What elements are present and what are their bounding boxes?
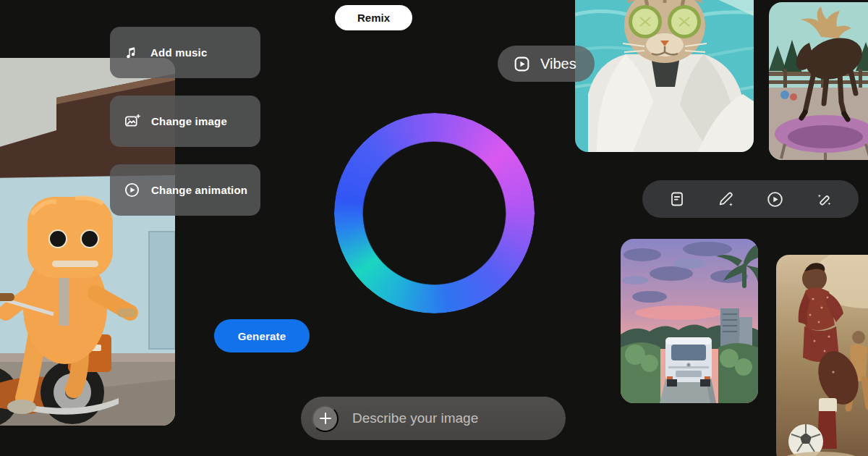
thumbnail-cat-spa[interactable]	[575, 0, 754, 152]
ai-gradient-ring	[334, 113, 535, 313]
play-circle-icon	[124, 182, 140, 198]
vibes-label: Vibes	[540, 56, 576, 72]
thumbnail-moose-trampoline[interactable]	[769, 2, 868, 160]
change-animation-button[interactable]: Change animation	[110, 164, 260, 216]
plus-icon	[318, 411, 333, 426]
anime-van-art	[621, 239, 758, 403]
play-circle-icon	[766, 190, 784, 208]
edit-button[interactable]	[712, 185, 741, 214]
media-toolbar	[642, 180, 859, 218]
add-music-label: Add music	[150, 46, 207, 59]
notes-icon	[668, 190, 686, 208]
notes-button[interactable]	[663, 185, 692, 214]
generate-label: Generate	[238, 330, 286, 342]
play-button[interactable]	[760, 185, 789, 214]
cat-spa-art	[575, 0, 754, 152]
thumbnail-soccer-player[interactable]	[776, 255, 868, 456]
magic-edit-button[interactable]	[809, 185, 838, 214]
remix-button[interactable]: Remix	[335, 5, 412, 30]
moose-trampoline-art	[769, 2, 868, 160]
soccer-player-art	[776, 255, 868, 456]
change-image-button[interactable]: Change image	[110, 96, 260, 147]
change-image-label: Change image	[151, 115, 227, 127]
thumbnail-anime-van[interactable]	[621, 239, 758, 403]
magic-wand-icon	[815, 190, 833, 208]
prompt-input[interactable]	[351, 410, 553, 427]
pencil-sparkle-icon	[717, 190, 735, 208]
image-sparkle-icon	[124, 113, 140, 130]
vibes-button[interactable]: Vibes	[498, 46, 595, 82]
add-music-button[interactable]: Add music	[110, 27, 260, 78]
add-attachment-button[interactable]	[312, 405, 339, 432]
music-note-icon	[124, 45, 140, 61]
play-square-icon	[513, 55, 531, 73]
change-animation-label: Change animation	[151, 184, 247, 196]
remix-label: Remix	[357, 12, 390, 24]
prompt-bar	[301, 397, 566, 440]
app-canvas: Add music Change image Change animation …	[0, 0, 868, 456]
generate-button[interactable]: Generate	[214, 319, 310, 352]
